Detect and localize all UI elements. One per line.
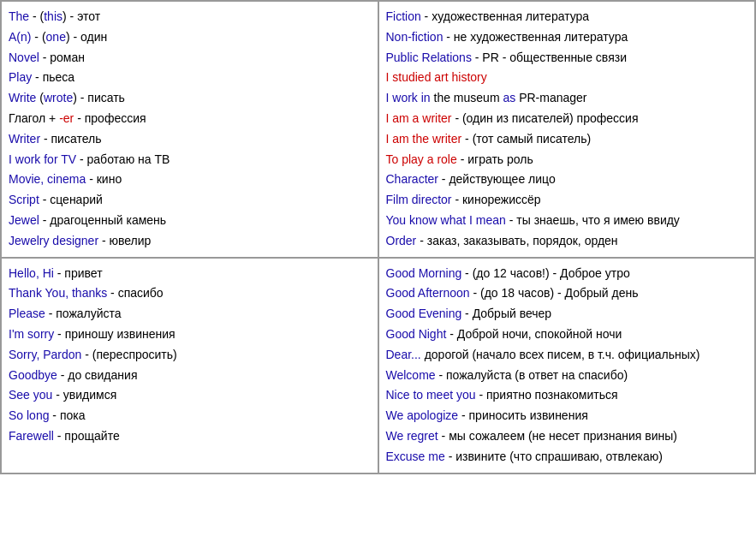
blue-term: Thank You, thanks: [9, 286, 107, 300]
text-content: - (тот самый писатель): [461, 132, 591, 146]
line: I work for TV - работаю на ТВ: [9, 150, 371, 170]
blue-term: Novel: [9, 51, 39, 64]
blue-term: Good Evening: [386, 307, 462, 320]
text-content: ) - один: [66, 30, 107, 44]
line: Welcome - пожалуйста (в ответ на спасибо…: [386, 366, 748, 386]
text-content: - пожалуйста (в ответ на спасибо): [436, 368, 628, 382]
line: Hello, Hi - привет: [9, 264, 371, 284]
line: Good Afternoon - (до 18 часов) - Добрый …: [386, 283, 748, 304]
line: Script - сценарий: [9, 190, 371, 211]
text-content: - спасибо: [107, 286, 163, 300]
blue-term: Character: [386, 172, 438, 186]
text-content: - (переспросить): [81, 348, 176, 361]
line: Writer - писатель: [9, 129, 371, 150]
line: Good Night - Доброй ночи, спокойной ночи: [386, 325, 748, 345]
blue-term: Sorry, Pardon: [9, 348, 81, 361]
line: Public Relations - PR - общественные свя…: [386, 48, 748, 68]
line: Jewel - драгоценный камень: [9, 211, 371, 231]
blue-term: wrote: [44, 91, 73, 104]
red-term: I studied art history: [386, 70, 487, 84]
bottom-left-cell: Hello, Hi - приветThank You, thanks - сп…: [1, 258, 378, 474]
blue-term: I'm sorry: [9, 327, 54, 341]
text-content: - писатель: [40, 132, 101, 146]
line: Nice to meet you - приятно познакомиться: [386, 385, 748, 406]
line: Jewelry designer - ювелир: [9, 231, 371, 252]
text-content: - (: [29, 9, 44, 23]
red-term: I am a writer: [386, 111, 452, 125]
text-content: - пьеса: [32, 70, 74, 84]
line: To play a role - играть роль: [386, 150, 748, 170]
text-content: - (: [31, 30, 45, 44]
top-left-cell: The - (this) - этотA(n) - (one) - одинNo…: [1, 1, 378, 258]
text-content: - ты знаешь, что я имею ввиду: [506, 213, 680, 227]
line: A(n) - (one) - один: [9, 27, 371, 48]
text-content: PR-manager: [515, 91, 586, 104]
blue-term: Writer: [9, 132, 40, 146]
line: Good Evening - Добрый вечер: [386, 304, 748, 325]
blue-term: We apologize: [386, 408, 459, 422]
blue-term: Movie, cinema: [9, 172, 86, 186]
text-content: Глагол +: [9, 111, 59, 125]
line: Глагол + -er - профессия: [9, 109, 371, 129]
text-content: - кино: [86, 172, 122, 186]
blue-term: Fiction: [386, 9, 421, 23]
line: Thank You, thanks - спасибо: [9, 283, 371, 304]
red-term: To play a role: [386, 152, 457, 166]
text-content: - (один из писателей) профессия: [452, 111, 639, 125]
blue-term: Good Afternoon: [386, 286, 470, 300]
line: I'm sorry - приношу извинения: [9, 325, 371, 345]
text-content: - PR - общественные связи: [472, 51, 627, 64]
blue-term: Hello, Hi: [9, 266, 54, 280]
blue-term: Script: [9, 193, 39, 206]
blue-term: Jewelry designer: [9, 234, 98, 247]
text-content: - прощайте: [54, 429, 120, 443]
text-content: - (до 18 часов) - Добрый день: [470, 286, 639, 300]
text-content: ) - этот: [63, 9, 100, 23]
blue-term: Good Morning: [386, 266, 462, 280]
blue-term: Farewell: [9, 429, 54, 443]
blue-term: We regret: [386, 429, 438, 443]
red-term: I am the writer: [386, 132, 462, 146]
text-content: - играть роль: [457, 152, 533, 166]
blue-term: Good Night: [386, 327, 447, 341]
line: The - (this) - этот: [9, 7, 371, 27]
text-content: (: [36, 91, 44, 104]
text-content: - Доброй ночи, спокойной ночи: [446, 327, 622, 341]
blue-term: Public Relations: [386, 51, 472, 64]
blue-term: I work for TV: [9, 152, 76, 166]
line: Write (wrote) - писать: [9, 88, 371, 109]
line: So long - пока: [9, 406, 371, 426]
blue-term: The: [9, 9, 29, 23]
line: Please - пожалуйста: [9, 304, 371, 325]
blue-term: You know what I mean: [386, 213, 506, 227]
line: Sorry, Pardon - (переспросить): [9, 345, 371, 366]
blue-term: I work in: [386, 91, 431, 104]
blue-term: Order: [386, 234, 417, 247]
line: Film director - кинорежиссёр: [386, 190, 748, 211]
line: Character - действующее лицо: [386, 170, 748, 190]
blue-term: Non-fiction: [386, 30, 443, 44]
text-content: - профессия: [74, 111, 146, 125]
line: You know what I mean - ты знаешь, что я …: [386, 211, 748, 231]
blue-term: Write: [9, 91, 36, 104]
text-content: - не художественная литература: [443, 30, 628, 44]
blue-term: Film director: [386, 193, 452, 206]
line: We regret - мы сожалеем (не несет призна…: [386, 426, 748, 447]
line: Play - пьеса: [9, 68, 371, 88]
blue-term: as: [503, 91, 515, 104]
line: See you - увидимся: [9, 385, 371, 406]
blue-term: So long: [9, 408, 49, 422]
line: Movie, cinema - кино: [9, 170, 371, 190]
blue-term: Welcome: [386, 368, 436, 382]
text-content: - заказ, заказывать, порядок, орден: [416, 234, 617, 247]
line: I work in the museum as PR-manager: [386, 88, 748, 109]
text-content: дорогой (начало всех писем, в т.ч. офици…: [421, 348, 700, 361]
main-grid: The - (this) - этотA(n) - (one) - одинNo…: [0, 0, 756, 474]
bottom-right-cell: Good Morning - (до 12 часов!) - Доброе у…: [378, 258, 756, 474]
text-content: - извините (что спрашиваю, отвлекаю): [445, 450, 663, 463]
blue-term: Jewel: [9, 213, 39, 227]
text-content: - кинорежиссёр: [452, 193, 541, 206]
text-content: the museum: [431, 91, 503, 104]
text-content: - пожалуйста: [45, 307, 122, 320]
text-content: - приношу извинения: [54, 327, 175, 341]
